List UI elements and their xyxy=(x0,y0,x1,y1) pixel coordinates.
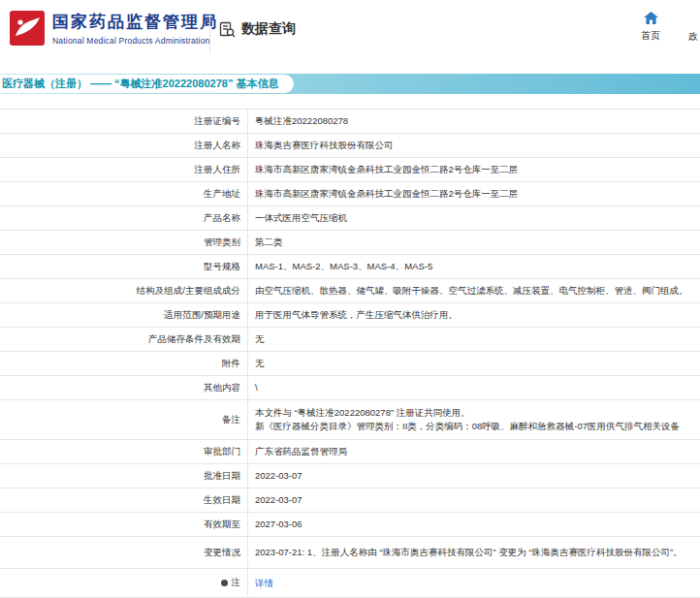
title-banner: 医疗器械（注册） —— “粤械注准20222080278” 基本信息 xyxy=(0,74,700,94)
row-value: 本文件与 “粤械注准20222080278” 注册证共同使用。 新《医疗器械分类… xyxy=(248,400,700,439)
row-value: 用于医用气体导管系统，产生压缩气体供治疗用。 xyxy=(248,303,700,327)
row-label: 变更情况 xyxy=(0,537,248,568)
row-label: 有效期至 xyxy=(0,513,248,536)
row-label: 注册人住所 xyxy=(0,158,248,181)
row-label-text: 注 xyxy=(232,577,241,589)
row-label: 注 xyxy=(0,569,248,597)
table-row: 有效期至 2027-03-06 xyxy=(0,513,700,537)
row-label: 结构及组成/主要组成成分 xyxy=(0,279,248,302)
site-subtitle: National Medical Products Administration xyxy=(52,36,218,46)
page-title: 医疗器械（注册） —— “粤械注准20222080278” 基本信息 xyxy=(0,75,294,93)
row-label: 产品名称 xyxy=(0,206,248,230)
row-label: 批准日期 xyxy=(0,464,248,488)
detail-link[interactable]: 详情 xyxy=(255,577,273,590)
table-row: 型号规格 MAS-1、MAS-2、MAS-3、MAS-4、MAS-5 xyxy=(0,255,700,279)
header-divider xyxy=(209,15,210,53)
table-row: 生效日期 2022-03-07 xyxy=(0,488,700,513)
site-title: 国家药品监督管理局 xyxy=(52,11,218,34)
table-row: 注册人名称 珠海奥吉赛医疗科技股份有限公司 xyxy=(0,134,700,158)
row-value: 2022-03-07 xyxy=(248,464,700,488)
row-label: 附件 xyxy=(0,352,248,375)
table-row: 注册证编号 粤械注准20222080278 xyxy=(0,110,700,134)
row-label: 注册人名称 xyxy=(0,134,248,157)
row-value: 由空气压缩机、散热器、储气罐、吸附干燥器、空气过滤系统、减压装置、电气控制柜、管… xyxy=(248,279,700,302)
row-label: 管理类别 xyxy=(0,231,248,254)
row-value: 无 xyxy=(248,352,700,375)
row-value: 珠海市高新区唐家湾镇金鼎科技工业园金恒二路2号仓库一至二层 xyxy=(248,158,700,181)
data-query-tab[interactable]: 数据查询 xyxy=(219,20,296,38)
table-row: 注册人住所 珠海市高新区唐家湾镇金鼎科技工业园金恒二路2号仓库一至二层 xyxy=(0,158,700,182)
table-row-note: 注 详情 xyxy=(0,569,700,598)
table-row: 其他内容 \ xyxy=(0,376,700,400)
row-label: 型号规格 xyxy=(0,255,248,278)
row-label: 产品储存条件及有效期 xyxy=(0,328,248,351)
nav-home[interactable]: 首页 xyxy=(636,12,665,43)
table-row: 生产地址 珠海市高新区唐家湾镇金鼎科技工业园金恒二路2号仓库一至二层 xyxy=(0,182,700,206)
table-row: 审批部门 广东省药品监督管理局 xyxy=(0,440,700,464)
row-value: 2027-03-06 xyxy=(248,513,700,536)
table-row: 结构及组成/主要组成成分 由空气压缩机、散热器、储气罐、吸附干燥器、空气过滤系统… xyxy=(0,279,700,303)
nav-home-label: 首页 xyxy=(641,29,660,43)
row-value: 2023-07-21: 1、注册人名称由 “珠海市奥吉赛科技有限公司” 变更为 … xyxy=(248,537,700,568)
data-query-label: 数据查询 xyxy=(241,20,296,38)
nav-item-partial[interactable]: 政 xyxy=(688,30,698,44)
row-value: 珠海奥吉赛医疗科技股份有限公司 xyxy=(248,134,700,157)
nmpa-emblem-icon xyxy=(10,11,45,46)
registration-detail-table: 注册证编号 粤械注准20222080278 注册人名称 珠海奥吉赛医疗科技股份有… xyxy=(0,109,700,598)
row-label: 其他内容 xyxy=(0,376,248,399)
row-label: 生效日期 xyxy=(0,488,248,512)
table-row: 产品名称 一体式医用空气压缩机 xyxy=(0,206,700,231)
row-label: 审批部门 xyxy=(0,440,248,463)
table-row-changes: 变更情况 2023-07-21: 1、注册人名称由 “珠海市奥吉赛科技有限公司”… xyxy=(0,537,700,569)
row-value: MAS-1、MAS-2、MAS-3、MAS-4、MAS-5 xyxy=(248,255,700,278)
logo[interactable]: 国家药品监督管理局 National Medical Products Admi… xyxy=(10,11,218,46)
row-label: 适用范围/预期用途 xyxy=(0,303,248,327)
row-value: 广东省药品监督管理局 xyxy=(248,440,700,463)
row-label: 生产地址 xyxy=(0,182,248,205)
row-value: 珠海市高新区唐家湾镇金鼎科技工业园金恒二路2号仓库一至二层 xyxy=(248,182,700,205)
row-value: 2022-03-07 xyxy=(248,488,700,512)
document-search-icon xyxy=(219,21,236,38)
row-label: 注册证编号 xyxy=(0,110,248,133)
table-row: 产品储存条件及有效期 无 xyxy=(0,328,700,352)
row-value: 无 xyxy=(248,328,700,351)
row-value: 一体式医用空气压缩机 xyxy=(248,206,700,230)
logo-titles: 国家药品监督管理局 National Medical Products Admi… xyxy=(52,11,218,46)
row-value: \ xyxy=(248,376,700,399)
home-icon xyxy=(644,12,658,25)
table-row: 管理类别 第二类 xyxy=(0,231,700,255)
table-row: 适用范围/预期用途 用于医用气体导管系统，产生压缩气体供治疗用。 xyxy=(0,303,700,328)
row-value: 粤械注准20222080278 xyxy=(248,110,700,133)
note-bullet-icon xyxy=(221,580,228,586)
table-row-remark: 备注 本文件与 “粤械注准20222080278” 注册证共同使用。 新《医疗器… xyxy=(0,400,700,440)
table-row: 附件 无 xyxy=(0,352,700,376)
row-value: 第二类 xyxy=(248,231,700,254)
table-row: 批准日期 2022-03-07 xyxy=(0,464,700,488)
row-label: 备注 xyxy=(0,400,248,439)
row-value: 详情 xyxy=(248,569,700,597)
page-header: 国家药品监督管理局 National Medical Products Admi… xyxy=(0,0,700,74)
